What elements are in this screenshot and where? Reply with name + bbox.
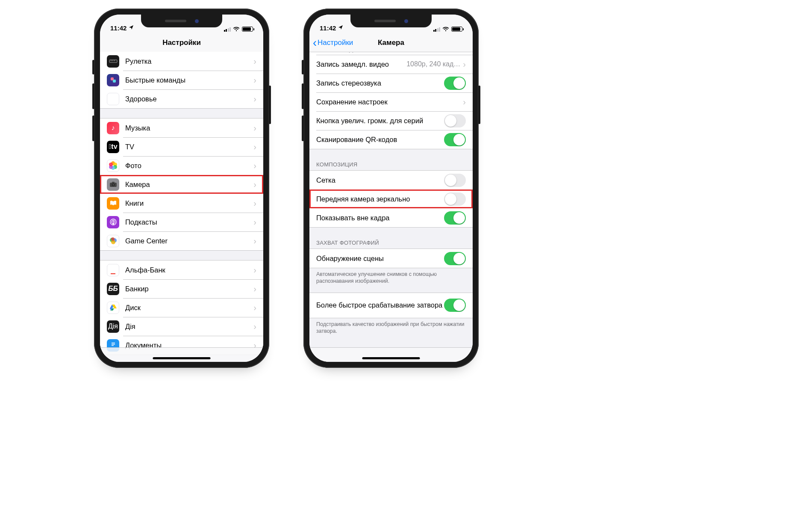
settings-row-books[interactable]: Книги › [100, 194, 263, 213]
toggle-faster-shutter[interactable] [444, 299, 466, 312]
drive-icon [107, 302, 119, 314]
toggle-volume-burst[interactable] [444, 114, 466, 127]
bottom-safe-area [309, 347, 473, 362]
settings-row-health[interactable]: ♥ Здоровье › [100, 89, 263, 108]
settings-row-bankir[interactable]: ББ Банкир › [100, 279, 263, 298]
row-label: Запись замедл. видео [316, 60, 406, 68]
chevron-right-icon: › [253, 198, 256, 208]
home-indicator[interactable] [362, 357, 420, 359]
row-label: Передняя камера зеркально [316, 195, 444, 203]
books-icon [107, 197, 119, 210]
settings-row-tv[interactable]: tv TV › [100, 137, 263, 156]
settings-row-faster-shutter[interactable]: Более быстрое срабатывание затвора [309, 293, 473, 318]
settings-row-ruler[interactable]: Рулетка › [100, 52, 263, 71]
status-time: 11:42 [320, 24, 336, 32]
phone-frame-left: 11:42 Настройки [94, 9, 269, 368]
chevron-right-icon: › [253, 265, 256, 275]
chevron-right-icon: › [253, 56, 256, 66]
status-time: 11:42 [110, 24, 127, 32]
toggle-outside-frame[interactable] [444, 211, 466, 225]
section-footer-shutter: Подстраивать качество изображений при бы… [309, 318, 473, 337]
chevron-right-icon: › [253, 180, 256, 189]
chevron-right-icon: › [253, 322, 256, 331]
settings-row-stereo[interactable]: Запись стереозвука [309, 74, 473, 92]
row-label: Фото [125, 162, 253, 170]
chevron-right-icon: › [463, 52, 466, 54]
chevron-right-icon: › [253, 123, 256, 133]
cell-signal-icon [433, 27, 441, 32]
health-icon: ♥ [107, 93, 119, 105]
camera-icon [107, 178, 119, 191]
settings-row-music[interactable]: ♪ Музыка › [100, 118, 263, 137]
svg-rect-5 [113, 80, 116, 83]
settings-row-diia[interactable]: Дія Дія › [100, 317, 263, 336]
settings-row-preserve[interactable]: Сохранение настроек › [309, 92, 473, 111]
svg-rect-19 [112, 344, 115, 345]
page-title: Настройки [100, 38, 263, 47]
settings-row-alphabank[interactable]: А Альфа-Банк › [100, 260, 263, 279]
nav-bar: ‹ Настройки Камера [309, 33, 473, 52]
row-label: Обнаружение сцены [316, 255, 444, 263]
battery-icon [242, 27, 253, 32]
settings-row-podcasts[interactable]: Подкасты › [100, 213, 263, 231]
row-detail: 1080p, 240 кад… [406, 60, 460, 68]
settings-row-qr[interactable]: Сканирование QR-кодов [309, 130, 473, 149]
row-label: Сканирование QR-кодов [316, 136, 444, 144]
section-header-capture: ЗАХВАТ ФОТОГРАФИЙ [309, 237, 473, 249]
row-label: Запись видео [316, 52, 419, 53]
chevron-right-icon: › [253, 161, 256, 171]
settings-row-camera[interactable]: Камера › [100, 175, 263, 194]
battery-icon [451, 27, 462, 32]
ruler-icon [107, 55, 119, 68]
row-label: Книги [125, 199, 253, 207]
row-label: Дія [125, 323, 253, 331]
settings-row-mirror-front[interactable]: Передняя камера зеркально [309, 189, 473, 208]
notch [350, 15, 432, 27]
tv-icon: tv [107, 141, 119, 153]
settings-row-outside-frame[interactable]: Показывать вне кадра [309, 208, 473, 227]
cell-signal-icon [224, 27, 231, 32]
settings-row-drive[interactable]: Диск › [100, 298, 263, 317]
row-label: Более быстрое срабатывание затвора [316, 301, 444, 310]
toggle-qr[interactable] [444, 133, 466, 146]
diia-icon: Дія [107, 320, 119, 333]
chevron-right-icon: › [253, 94, 256, 104]
toggle-stereo[interactable] [444, 77, 466, 90]
settings-row-gamecenter[interactable]: Game Center › [100, 231, 263, 250]
row-label: Показывать вне кадра [316, 214, 444, 222]
wifi-icon [442, 27, 449, 32]
settings-row-photos[interactable]: Фото › [100, 156, 263, 175]
chevron-right-icon: › [253, 75, 256, 85]
camera-settings-list[interactable]: Запись видео 4K, 30 кадр/с › Запись заме… [309, 52, 473, 362]
settings-row-slomo[interactable]: Запись замедл. видео 1080p, 240 кад… › [309, 55, 473, 74]
settings-row-scene-detect[interactable]: Обнаружение сцены [309, 249, 473, 268]
chevron-right-icon: › [463, 59, 466, 69]
row-label: Банкир [125, 285, 253, 293]
settings-list[interactable]: Рулетка › Быстрые команды › ♥ Здоровье › [100, 52, 263, 362]
row-label: Сетка [316, 176, 444, 184]
chevron-right-icon: › [253, 142, 256, 152]
section-header-composition: КОМПОЗИЦИЯ [309, 159, 473, 170]
settings-row-volume-burst[interactable]: Кнопка увелич. громк. для серий [309, 111, 473, 130]
row-label: Сохранение настроек [316, 98, 463, 106]
row-label: Запись стереозвука [316, 79, 444, 87]
home-indicator[interactable] [153, 357, 211, 359]
settings-row-shortcuts[interactable]: Быстрые команды › [100, 71, 263, 89]
bankir-icon: ББ [107, 283, 119, 295]
chevron-right-icon: › [253, 217, 256, 227]
row-label: Быстрые команды [125, 76, 253, 84]
svg-point-9 [112, 184, 114, 186]
svg-rect-7 [112, 182, 115, 183]
back-button[interactable]: ‹ Настройки [313, 38, 353, 47]
toggle-grid[interactable] [444, 174, 466, 187]
chevron-right-icon: › [463, 97, 466, 107]
row-label: Камера [125, 181, 253, 189]
nav-bar: Настройки [100, 33, 263, 52]
podcasts-icon [107, 216, 119, 228]
back-label: Настройки [318, 38, 353, 47]
toggle-scene-detect[interactable] [444, 252, 466, 265]
chevron-right-icon: › [253, 236, 256, 246]
gamecenter-icon [107, 235, 119, 247]
settings-row-grid[interactable]: Сетка [309, 171, 473, 189]
toggle-mirror-front[interactable] [444, 192, 466, 206]
